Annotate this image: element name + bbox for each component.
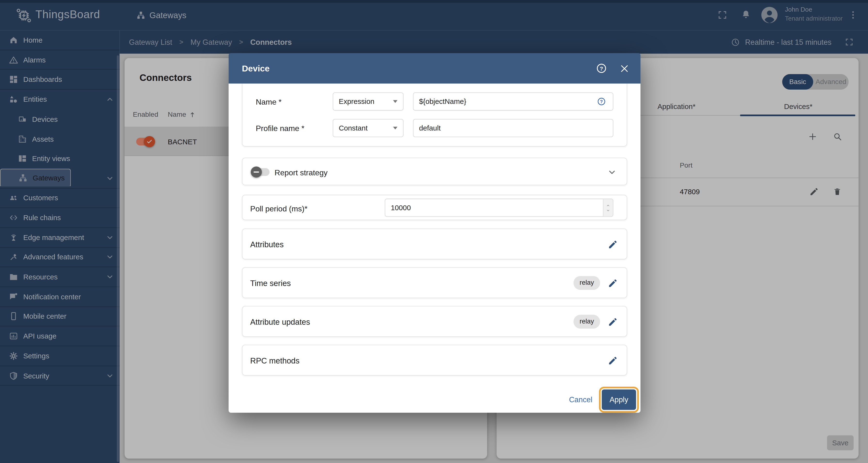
rpc-methods-card: RPC methods (242, 344, 627, 375)
relay-chip: relay (574, 315, 600, 329)
number-stepper[interactable] (603, 199, 613, 216)
name-value-input[interactable] (413, 93, 613, 111)
minus-icon (253, 171, 259, 173)
dialog-title: Device (242, 64, 270, 74)
profile-type-select[interactable]: Constant (333, 119, 403, 137)
field-help-icon[interactable] (597, 97, 606, 106)
apply-button[interactable]: Apply (602, 389, 636, 410)
help-icon[interactable] (596, 63, 607, 74)
attributes-card: Attributes (242, 228, 627, 259)
edit-pencil-icon[interactable] (608, 239, 618, 250)
report-strategy-label: Report strategy (275, 168, 328, 177)
close-icon[interactable] (619, 64, 629, 74)
profile-value-input[interactable] (413, 119, 613, 137)
dialog-header: Device (228, 53, 641, 84)
edit-pencil-icon[interactable] (608, 317, 618, 327)
edit-pencil-icon[interactable] (608, 278, 618, 288)
dropdown-caret-icon (393, 100, 397, 103)
poll-period-label: Poll period (ms)* (250, 204, 308, 213)
name-type-select[interactable]: Expression (333, 93, 403, 111)
rpc-methods-label: RPC methods (250, 356, 300, 365)
report-strategy-card: Report strategy (242, 158, 627, 185)
name-field-label: Name * (256, 97, 282, 106)
stepper-up-icon[interactable] (606, 203, 611, 207)
stepper-down-icon[interactable] (606, 208, 611, 212)
time-series-label: Time series (250, 279, 291, 288)
chevron-down-icon[interactable] (607, 168, 617, 177)
edit-pencil-icon[interactable] (608, 356, 618, 366)
app-root: ThingsBoard Gateways John Doe Tenant adm… (0, 0, 868, 463)
poll-period-input[interactable] (385, 199, 613, 217)
report-strategy-toggle[interactable] (251, 167, 271, 178)
device-dialog: Device Name * Expression Profile name * … (228, 53, 641, 412)
dialog-body: Name * Expression Profile name * Constan… (228, 84, 641, 412)
profile-field-label: Profile name * (256, 124, 304, 133)
cancel-button[interactable]: Cancel (569, 395, 592, 404)
dropdown-caret-icon (393, 127, 397, 129)
attributes-label: Attributes (250, 240, 284, 249)
time-series-card: Time series relay (242, 267, 627, 298)
poll-period-card: Poll period (ms)* (242, 195, 627, 220)
attribute-updates-card: Attribute updates relay (242, 306, 627, 337)
attribute-updates-label: Attribute updates (250, 318, 310, 326)
name-profile-card: Name * Expression Profile name * Constan… (242, 84, 627, 146)
relay-chip: relay (574, 276, 600, 290)
